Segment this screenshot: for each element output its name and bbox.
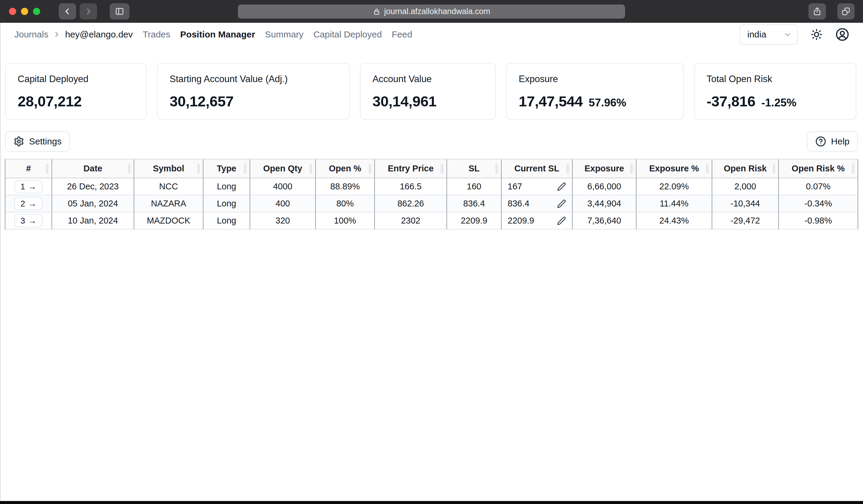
cell-open-risk-pct: 0.07% (779, 178, 858, 196)
column-resize-handle[interactable] (368, 164, 371, 174)
cell-open-pct: 100% (316, 212, 375, 229)
column-header-open-risk[interactable]: Open Risk (712, 160, 779, 178)
table-body: 1→26 Dec, 2023NCCLong400088.89%166.51601… (5, 178, 858, 229)
stat-value: 30,14,961 (373, 93, 437, 110)
row-open-button[interactable]: 2→ (14, 197, 42, 210)
stat-sub-value: -1.25% (761, 97, 797, 109)
column-header-open[interactable]: Open % (316, 160, 375, 178)
cell-entry-price: 862.26 (375, 196, 447, 212)
stat-card-total-open-risk: Total Open Risk -37,816 -1.25% (694, 63, 856, 120)
column-resize-handle[interactable] (441, 164, 443, 174)
breadcrumb-current-journal: hey@elango.dev (65, 29, 133, 40)
cell-sl: 160 (447, 178, 502, 196)
pencil-icon[interactable] (557, 182, 566, 191)
column-resize-handle[interactable] (46, 164, 49, 174)
column-resize-handle[interactable] (773, 164, 775, 174)
stat-label: Total Open Risk (706, 74, 844, 85)
row-number: 2 (21, 199, 25, 209)
cell-row-number: 1→ (5, 178, 52, 196)
user-circle-icon (836, 28, 849, 41)
cell-current-sl: 2209.9 (502, 212, 573, 229)
nav-tab-trades[interactable]: Trades (142, 29, 170, 40)
cell-row-number: 2→ (5, 196, 52, 212)
column-header-label: Exposure (584, 164, 624, 174)
stat-card-exposure: Exposure 17,47,544 57.96% (506, 63, 684, 120)
browser-sidebar-toggle-button[interactable] (110, 3, 129, 20)
tab-overview-button[interactable] (837, 3, 855, 20)
url-text: journal.afzallokhandwala.com (384, 7, 490, 16)
cell-entry-price: 2302 (375, 212, 447, 229)
browser-back-button[interactable] (59, 3, 76, 20)
browser-chrome: journal.afzallokhandwala.com (0, 0, 863, 23)
help-button-label: Help (831, 136, 850, 147)
address-bar[interactable]: journal.afzallokhandwala.com (238, 4, 625, 18)
column-header-sl[interactable]: SL (447, 160, 502, 178)
cell-date: 10 Jan, 2024 (52, 212, 134, 229)
region-select[interactable]: india (740, 24, 798, 45)
close-window-button[interactable] (9, 8, 16, 15)
column-header-label: Entry Price (388, 164, 434, 174)
cell-exposure: 6,66,000 (573, 178, 636, 196)
top-navigation: Journals hey@elango.dev Trades Position … (0, 23, 863, 46)
stat-value: 17,47,544 (519, 93, 583, 110)
cell-sl: 2209.9 (447, 212, 502, 229)
nav-tab-position-manager[interactable]: Position Manager (180, 29, 255, 40)
stat-sub-value: 57.96% (589, 97, 627, 109)
nav-right-controls: india (740, 24, 849, 45)
pencil-icon[interactable] (557, 199, 566, 208)
browser-forward-button[interactable] (80, 3, 97, 20)
column-header-type[interactable]: Type (203, 160, 250, 178)
fullscreen-window-button[interactable] (33, 8, 40, 15)
column-header-exposure[interactable]: Exposure (573, 160, 636, 178)
row-open-button[interactable]: 1→ (14, 180, 42, 193)
column-header-open-qty[interactable]: Open Qty (250, 160, 316, 178)
help-button[interactable]: Help (807, 131, 858, 152)
cell-exposure-pct: 24.43% (636, 212, 712, 229)
breadcrumb-journals-link[interactable]: Journals (14, 29, 48, 40)
cell-sl: 836.4 (447, 196, 502, 212)
column-resize-handle[interactable] (128, 164, 131, 174)
column-header-label: Symbol (153, 164, 184, 174)
column-header-exposure[interactable]: Exposure % (636, 160, 712, 178)
stat-label: Starting Account Value (Adj.) (170, 74, 337, 85)
chevron-right-icon (84, 7, 93, 16)
settings-button[interactable]: Settings (5, 131, 70, 152)
column-header-num[interactable]: # (5, 160, 52, 178)
cell-current-sl: 836.4 (502, 196, 573, 212)
column-header-symbol[interactable]: Symbol (134, 160, 203, 178)
column-header-current-sl[interactable]: Current SL (502, 160, 573, 178)
pencil-icon[interactable] (557, 216, 566, 225)
column-header-date[interactable]: Date (52, 160, 134, 178)
arrow-right-icon: → (28, 216, 37, 226)
cell-exposure: 7,36,640 (573, 212, 636, 229)
column-resize-handle[interactable] (197, 164, 200, 174)
account-button[interactable] (836, 28, 849, 41)
arrow-right-icon: → (28, 199, 37, 209)
column-resize-handle[interactable] (630, 164, 633, 174)
cell-type: Long (203, 212, 250, 229)
row-open-button[interactable]: 3→ (14, 214, 42, 227)
cell-open-risk: -29,472 (712, 212, 779, 229)
cell-current-sl: 167 (502, 178, 573, 196)
lock-icon (373, 8, 380, 16)
nav-tab-capital-deployed[interactable]: Capital Deployed (313, 29, 382, 40)
sidebar-icon (114, 6, 125, 16)
table-header-row: #DateSymbolTypeOpen QtyOpen %Entry Price… (5, 160, 858, 178)
nav-tab-summary[interactable]: Summary (265, 29, 303, 40)
theme-toggle-button[interactable] (810, 28, 823, 41)
cell-open-pct: 80% (316, 196, 375, 212)
column-header-label: Exposure % (649, 164, 699, 174)
column-resize-handle[interactable] (310, 164, 312, 174)
share-button[interactable] (809, 3, 826, 20)
column-resize-handle[interactable] (706, 164, 709, 174)
minimize-window-button[interactable] (21, 8, 28, 15)
cell-exposure-pct: 22.09% (636, 178, 712, 196)
column-header-entry-price[interactable]: Entry Price (375, 160, 447, 178)
column-resize-handle[interactable] (244, 164, 247, 174)
column-header-open-risk[interactable]: Open Risk % (779, 160, 858, 178)
nav-tab-feed[interactable]: Feed (392, 29, 412, 40)
column-resize-handle[interactable] (852, 164, 855, 174)
column-resize-handle[interactable] (495, 164, 498, 174)
column-resize-handle[interactable] (566, 164, 569, 174)
breadcrumb: Journals hey@elango.dev (14, 29, 133, 40)
